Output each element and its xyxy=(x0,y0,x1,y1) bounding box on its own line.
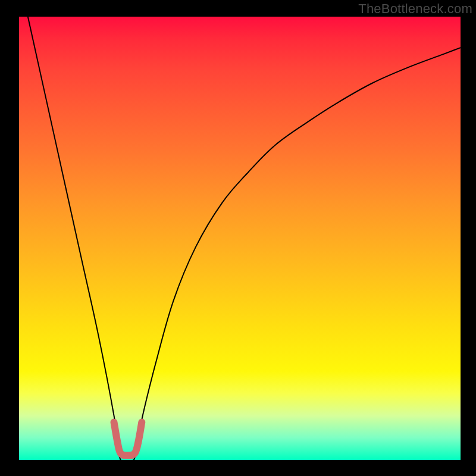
series-curve xyxy=(28,17,461,466)
chart-frame: TheBottleneck.com xyxy=(0,0,476,476)
curve-layer xyxy=(0,0,476,476)
series-min-marker xyxy=(114,422,142,456)
watermark-text: TheBottleneck.com xyxy=(358,1,472,17)
